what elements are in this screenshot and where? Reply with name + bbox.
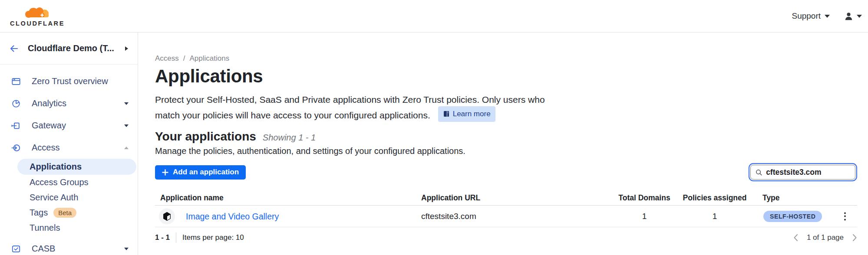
chevron-right-icon[interactable]: [852, 234, 857, 242]
sidebar-item-label: Analytics: [32, 98, 124, 108]
section-title: Your applications: [155, 130, 256, 144]
add-application-label: Add an application: [173, 168, 239, 177]
account-name[interactable]: Cloudflare Demo (T...: [28, 43, 125, 53]
browser-window-icon: [11, 77, 21, 86]
showing-count: Showing 1 - 1: [263, 133, 316, 143]
chevron-up-icon[interactable]: [124, 147, 129, 149]
pagination: 1 - 1 Items per page: 10 1 of 1 page: [155, 232, 857, 243]
cloudflare-logo-text: CLOUDFLARE: [10, 20, 65, 27]
sidebar-item-label: Service Auth: [30, 193, 78, 203]
column-type: Type: [762, 193, 780, 202]
sidebar-item-analytics[interactable]: Analytics: [0, 92, 138, 114]
sidebar-item-tags[interactable]: Tags Beta: [0, 205, 138, 220]
topbar-actions: Support: [792, 11, 864, 21]
application-url-cell: cftestsite3.com: [421, 212, 476, 221]
column-policies-assigned: Policies assigned: [667, 193, 762, 202]
description-line-2: match your policies will have access to …: [155, 110, 430, 120]
add-application-button[interactable]: Add an application: [155, 165, 246, 180]
sidebar-item-label: Tags: [30, 208, 48, 218]
search-icon: [756, 169, 762, 176]
sidebar-account-header: Cloudflare Demo (T...: [0, 33, 138, 65]
learn-more-label: Learn more: [453, 108, 491, 121]
chevron-down-icon[interactable]: [124, 124, 129, 127]
sidebar-item-label: Zero Trust overview: [32, 76, 129, 86]
cube-icon: [163, 212, 171, 221]
sidebar-item-casb[interactable]: CASB: [0, 238, 138, 255]
sidebar-item-label: Tunnels: [30, 223, 60, 233]
gateway-icon: [11, 121, 21, 131]
book-icon: [443, 111, 450, 118]
sidebar: Cloudflare Demo (T... Zero Trust overvie…: [0, 33, 138, 255]
type-badge: SELF-HOSTED: [763, 211, 822, 222]
check-square-icon: [11, 244, 21, 254]
search-box: [750, 165, 855, 180]
user-icon: [844, 11, 854, 21]
column-application-name: Application name: [160, 193, 224, 202]
main-content: Access / Applications Applications Prote…: [138, 33, 868, 255]
sidebar-item-gateway[interactable]: Gateway: [0, 114, 138, 137]
toolbar: Add an application: [155, 165, 857, 180]
beta-badge: Beta: [53, 208, 76, 218]
back-arrow-icon[interactable]: [9, 43, 19, 54]
applications-table: Application name Application URL Total D…: [155, 190, 857, 227]
section-header: Your applications Showing 1 - 1: [155, 130, 857, 144]
sidebar-item-access-groups[interactable]: Access Groups: [0, 175, 138, 190]
chevron-down-icon: [825, 15, 830, 18]
page-description: Protect your Self-Hosted, SaaS and Priva…: [155, 93, 857, 122]
page-indicator: 1 of 1 page: [807, 233, 844, 242]
application-name-link[interactable]: Image and Video Gallery: [186, 211, 279, 221]
column-application-url: Application URL: [421, 193, 480, 202]
breadcrumb-applications: Applications: [190, 54, 230, 63]
pagination-divider: [176, 232, 176, 243]
description-line-1: Protect your Self-Hosted, SaaS and Priva…: [155, 95, 545, 105]
user-menu[interactable]: [844, 11, 862, 21]
sidebar-nav: Zero Trust overview Analytics Gateway Ac…: [0, 65, 138, 255]
access-submenu: Applications Access Groups Service Auth …: [0, 159, 138, 235]
items-per-page[interactable]: Items per page: 10: [182, 233, 244, 242]
chevron-right-icon[interactable]: [125, 46, 128, 51]
cloudflare-logo[interactable]: CLOUDFLARE: [9, 6, 66, 27]
chevron-down-icon: [857, 15, 862, 18]
login-arrow-icon: [11, 143, 21, 153]
pie-chart-icon: [11, 99, 21, 108]
learn-more-button[interactable]: Learn more: [438, 106, 495, 122]
sidebar-item-tunnels[interactable]: Tunnels: [0, 220, 138, 235]
table-header: Application name Application URL Total D…: [155, 190, 857, 206]
application-avatar: [159, 208, 175, 224]
sidebar-item-service-auth[interactable]: Service Auth: [0, 190, 138, 205]
chevron-down-icon[interactable]: [124, 248, 129, 250]
sidebar-item-label: CASB: [32, 244, 124, 254]
sidebar-item-label: Gateway: [32, 121, 124, 131]
sidebar-item-zero-trust-overview[interactable]: Zero Trust overview: [0, 70, 138, 92]
policies-assigned-cell: 1: [667, 212, 762, 221]
table-row: Image and Video Gallery cftestsite3.com …: [155, 206, 857, 227]
support-label: Support: [792, 11, 821, 21]
cloudflare-cloud-icon: [23, 6, 52, 20]
page-title: Applications: [155, 66, 857, 86]
pagination-right: 1 of 1 page: [793, 233, 857, 242]
sidebar-item-access[interactable]: Access: [0, 137, 138, 159]
search-input[interactable]: [766, 168, 850, 177]
top-header: CLOUDFLARE Support: [0, 0, 868, 33]
breadcrumb-access[interactable]: Access: [155, 54, 179, 63]
sidebar-item-label: Access Groups: [30, 177, 89, 187]
kebab-menu-icon[interactable]: [842, 210, 848, 222]
chevron-left-icon[interactable]: [793, 234, 798, 242]
section-subtitle: Manage the policies, authentication, and…: [155, 146, 857, 156]
sidebar-item-label: Applications: [30, 162, 82, 172]
plus-icon: [162, 169, 168, 176]
sidebar-item-label: Access: [32, 143, 124, 153]
pagination-range: 1 - 1: [155, 233, 170, 242]
pagination-left: 1 - 1 Items per page: 10: [155, 232, 244, 243]
chevron-down-icon[interactable]: [124, 102, 129, 105]
breadcrumb-separator: /: [183, 54, 185, 63]
breadcrumb: Access / Applications: [155, 54, 857, 63]
support-menu[interactable]: Support: [792, 11, 830, 21]
sidebar-item-applications[interactable]: Applications: [17, 159, 136, 175]
